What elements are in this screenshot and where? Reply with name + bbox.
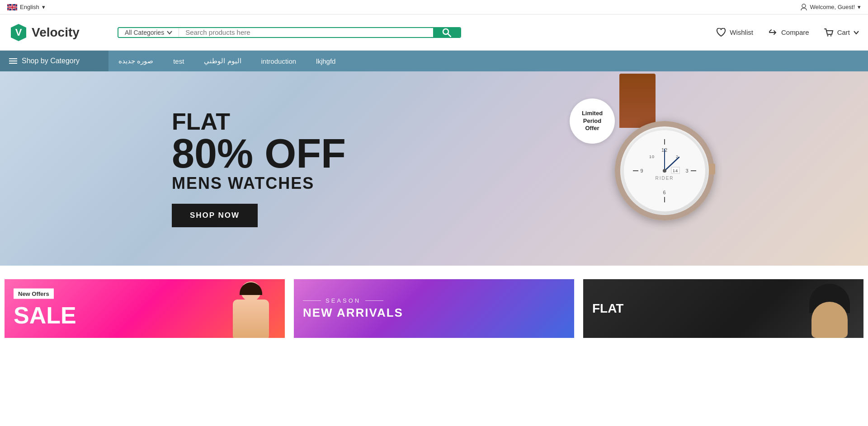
shop-by-category[interactable]: Shop by Category — [0, 51, 108, 71]
search-icon — [442, 28, 451, 37]
menu-icon — [9, 58, 17, 64]
uk-flag-icon — [7, 4, 17, 10]
nav-link-2[interactable]: اليوم الوطني — [194, 51, 251, 71]
svg-text:V: V — [15, 27, 22, 38]
banner3-person — [773, 279, 863, 338]
banner1-tag: New Offers — [14, 289, 54, 299]
person3-head — [811, 302, 848, 338]
svg-text:14: 14 — [673, 169, 678, 173]
banner1-person — [231, 281, 271, 338]
season-line-right — [365, 300, 383, 301]
category-label: All Categories — [125, 29, 164, 36]
compare-icon — [768, 28, 778, 37]
watch-illustration: 12 3 6 9 2 10 14 RIDER — [588, 76, 741, 266]
search-input[interactable] — [179, 28, 433, 37]
language-label: English — [20, 4, 39, 10]
shop-by-category-label: Shop by Category — [22, 57, 80, 65]
banner2-main-text: NEW ARRIVALS — [303, 306, 403, 320]
banner3-main-text: FLAT — [592, 301, 623, 316]
watch-strap-top — [619, 74, 656, 128]
season-line-left — [303, 300, 321, 301]
banner1-text: New Offers SALE — [14, 289, 76, 329]
nav-link-3[interactable]: introduction — [251, 51, 307, 71]
nav-bar: Shop by Category صوره جديده test اليوم ا… — [0, 51, 868, 71]
logo-icon: V — [9, 23, 28, 42]
svg-text:10: 10 — [649, 154, 655, 159]
compare-label: Compare — [781, 28, 809, 36]
watch-body: 12 3 6 9 2 10 14 RIDER — [615, 121, 714, 220]
season-line: SEASON — [303, 297, 403, 304]
logo[interactable]: V Velocity — [9, 23, 108, 42]
banner2-season: SEASON — [326, 297, 361, 304]
watch-face-inner: 12 3 6 9 2 10 14 RIDER — [624, 130, 705, 211]
watch-face: 12 3 6 9 2 10 14 RIDER — [615, 121, 714, 220]
cart-link[interactable]: Cart — [824, 28, 859, 37]
hero-content: FLAT 80% OFF MENS WATCHES SHOP NOW — [172, 110, 346, 227]
svg-text:3: 3 — [685, 168, 689, 173]
wishlist-label: Wishlist — [730, 28, 753, 36]
search-bar: All Categories — [118, 27, 461, 38]
watch-dial-svg: 12 3 6 9 2 10 14 RIDER — [628, 135, 701, 207]
category-chevron-icon — [167, 31, 172, 34]
hero-flat-text: FLAT — [172, 110, 346, 133]
banner2-text: SEASON NEW ARRIVALS — [303, 297, 403, 320]
language-selector[interactable]: English ▾ — [7, 4, 45, 10]
nav-link-1[interactable]: test — [163, 51, 194, 71]
compare-link[interactable]: Compare — [768, 28, 809, 37]
banner-season[interactable]: SEASON NEW ARRIVALS — [294, 279, 574, 338]
hero-product-text: MENS WATCHES — [172, 174, 346, 193]
heart-icon — [716, 28, 726, 37]
top-bar: English ▾ Welcome, Guest! ▾ — [0, 0, 868, 14]
user-icon — [800, 4, 807, 11]
welcome-text: Welcome, Guest! — [810, 4, 855, 10]
logo-icon-container: V — [9, 23, 28, 42]
cart-icon — [824, 28, 834, 37]
person1-body — [233, 300, 269, 338]
category-dropdown[interactable]: All Categories — [118, 28, 179, 37]
svg-point-15 — [830, 35, 831, 36]
banner1-big-text: SALE — [14, 302, 76, 329]
svg-line-13 — [448, 34, 451, 37]
svg-text:6: 6 — [663, 190, 666, 195]
hero-percent-text: 80% OFF — [172, 133, 346, 174]
svg-text:RIDER: RIDER — [655, 176, 674, 181]
language-chevron: ▾ — [42, 4, 45, 10]
person1-hair — [240, 282, 262, 295]
cart-chevron-icon — [854, 31, 859, 34]
banner-new-offers[interactable]: New Offers SALE — [5, 279, 285, 338]
nav-link-4[interactable]: lkjhgfd — [306, 51, 345, 71]
bottom-banners: New Offers SALE SEASON NEW ARRIVALS FLAT — [0, 266, 868, 351]
logo-text: Velocity — [32, 25, 80, 40]
svg-point-14 — [827, 35, 828, 36]
user-chevron: ▾ — [858, 4, 861, 10]
hero-banner: Limited Period Offer FLAT 80% OFF MENS W… — [0, 71, 868, 266]
watch-crown — [709, 164, 715, 174]
nav-link-0[interactable]: صوره جديده — [108, 51, 163, 71]
hero-cta-button[interactable]: SHOP NOW — [172, 204, 258, 227]
svg-text:9: 9 — [640, 168, 643, 173]
header-actions: Wishlist Compare Cart — [716, 28, 859, 37]
cart-label: Cart — [837, 28, 850, 36]
banner3-text: FLAT — [592, 301, 623, 316]
search-button[interactable] — [433, 28, 460, 37]
wishlist-link[interactable]: Wishlist — [716, 28, 753, 37]
nav-links: صوره جديده test اليوم الوطني introductio… — [108, 51, 345, 71]
banner-flat[interactable]: FLAT — [583, 279, 863, 338]
header: V Velocity All Categories Wishlist — [0, 14, 868, 51]
user-greeting[interactable]: Welcome, Guest! ▾ — [800, 4, 861, 11]
svg-rect-8 — [7, 7, 17, 8]
svg-point-34 — [663, 169, 666, 173]
svg-point-9 — [802, 4, 806, 8]
